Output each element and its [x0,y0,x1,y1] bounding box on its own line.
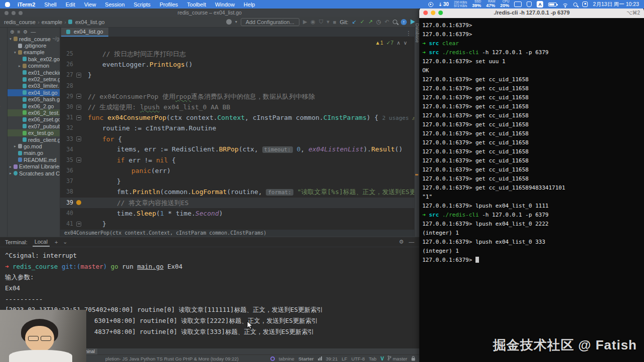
line-ending[interactable]: LF [342,356,347,361]
spotlight-search-icon[interactable] [573,3,577,7]
gutter-icon[interactable] [76,83,81,88]
keyboard-icon[interactable] [514,2,522,7]
git-branch[interactable]: master [388,355,407,361]
code-line[interactable]: 30 // 生成端使用: lpush ex04_list_0 AA BB [60,102,414,112]
gutter-icon[interactable] [76,94,81,99]
tree-item[interactable]: ▸ Scratches and Con [8,170,60,176]
user-switch-icon[interactable] [582,2,588,7]
menu-clock[interactable]: 2月13日 周一 10:23 [593,1,639,8]
gutter-icon[interactable] [76,52,81,57]
caret-position[interactable]: 39:21 [326,356,338,361]
user-avatar-icon[interactable] [226,19,232,25]
add-configuration-button[interactable]: Add Configuration... [241,18,299,26]
gutter-icon[interactable] [76,136,81,141]
code-line[interactable]: 39 // 将文章内容推送到ES [60,198,414,208]
code-line[interactable]: 37 } [60,176,414,187]
tree-chevron-icon[interactable]: ▸ [10,164,14,169]
tool-window-commit[interactable]: Commit [0,92,1,108]
gutter-icon[interactable] [76,200,81,205]
wifi-icon[interactable] [562,2,568,7]
tree-chevron-icon[interactable]: ▾ [10,37,14,41]
terminal-settings-icon[interactable]: ⚙ [399,239,404,245]
menu-app-name[interactable]: iTerm2 [13,2,40,8]
menu-item[interactable]: Session [100,2,129,8]
settings-icon[interactable]: ⚙ [23,29,28,35]
tree-chevron-icon[interactable]: ▾ [14,50,18,55]
tree-item[interactable]: main.go [8,150,60,156]
next-issue-icon[interactable]: ∨ [403,40,407,46]
code-line[interactable]: 31 func ex04ConsumerPop(ctx context.Cont… [60,112,414,123]
run-icon[interactable]: ▶ [303,19,307,25]
menu-item[interactable]: Toolbelt [183,2,211,8]
tree-item[interactable]: ex05_hash.g [8,96,60,103]
code-line[interactable]: 32 routine := cInstParam.Routine [60,123,414,133]
cpu-usage[interactable]: CPU 20% [500,0,509,8]
tree-item[interactable]: ex06_zset.go [8,116,60,123]
tree-item[interactable]: .gitignore [8,42,60,49]
hide-icon[interactable]: — [31,29,36,35]
tool-window-project[interactable]: Project [0,57,1,72]
gutter-icon[interactable] [76,73,81,78]
tree-item[interactable]: ex01_checkin [8,69,60,76]
window-controls[interactable] [5,11,23,15]
prev-issue-icon[interactable]: ∧ [397,40,401,46]
code-line[interactable]: 29 // ex04ConsumerPop 使用rpop逐条消费队列中的信息，数… [60,91,414,102]
ssd-usage[interactable]: SSD 39% [472,0,481,8]
menu-item[interactable]: Profiles [155,2,183,8]
input-method-icon[interactable]: A [537,1,543,8]
tree-item[interactable]: ex06_2.go [8,103,60,109]
menu-item[interactable]: View [80,2,101,8]
inspections-widget[interactable]: ▲1 ✓7 ∧ ∨ [375,40,407,46]
code-line[interactable]: 35 if err != nil { [60,155,414,165]
gutter-icon[interactable] [76,168,81,173]
stop-icon[interactable]: ■ [333,19,337,25]
tree-item[interactable]: ▾ redis_course ~/go [8,36,60,42]
gutter-icon[interactable] [76,190,81,195]
tree-item[interactable]: redis_client.g [8,136,60,143]
network-speed[interactable]: 230 KB/s 572 KB/s [454,1,467,8]
indent-style[interactable]: Tab [369,356,376,361]
git-commit-icon[interactable]: ✓ [360,19,365,25]
menu-item[interactable]: Window [211,2,239,8]
more-icon[interactable]: ⋮ [403,30,414,37]
code-line[interactable]: 26 eventLogger.PrintLogs() [60,59,414,70]
code-line[interactable]: 28 [60,81,414,91]
code-line[interactable]: 36 panic(err) [60,165,414,176]
debug-icon[interactable]: ◉ [310,19,315,25]
update-icon[interactable]: ↑ [401,19,407,25]
locate-icon[interactable]: ⊕ [10,29,14,35]
tree-item[interactable]: ex04_list.go [8,89,60,96]
code-area[interactable]: 25 // 按日志时间正序打印日志 26 eventLogger.PrintLo… [60,37,414,229]
breadcrumb[interactable]: redis_course [4,19,36,25]
code-line[interactable]: 25 // 按日志时间正序打印日志 [60,49,414,59]
menu-item[interactable]: Scripts [129,2,155,8]
tabnine-plan[interactable]: Starter [298,356,314,361]
tabnine-label[interactable]: tabnine [279,356,294,361]
tree-item[interactable]: ex07_pubsub [8,123,60,129]
code-line[interactable]: 38 fmt.Println(common.LogFormat(routine,… [60,187,414,197]
encoding[interactable]: UTF-8 [351,356,365,361]
tree-chevron-icon[interactable]: ▸ [10,171,14,175]
terminal-tab-local[interactable]: Local [33,238,50,247]
dropdown-icon[interactable]: ▾ [327,19,330,25]
new-terminal-icon[interactable]: + [55,239,58,245]
code-line[interactable]: 27 } [60,70,414,80]
undo-icon[interactable]: ↶ [385,19,389,25]
obs-icon[interactable] [428,2,433,7]
menu-item[interactable]: Edit [61,2,80,8]
code-line[interactable]: 41 } [60,219,414,229]
tree-chevron-icon[interactable]: ▸ [19,64,23,68]
tree-item[interactable]: ▸ go.mod [8,143,60,149]
gutter-icon[interactable] [76,147,81,152]
gutter-icon[interactable] [76,62,81,67]
breadcrumb[interactable]: example [42,19,63,25]
redis-cli-output[interactable]: 127.0.0.1:6379> 127.0.0.1:6379> ➜ src cl… [419,18,644,268]
code-line[interactable]: 34 items, err := RedisClient.BRPop(ctx, … [60,144,414,155]
gutter-icon[interactable] [76,211,81,216]
download-count[interactable]: ⇣30 [438,2,449,7]
code-line[interactable]: 40 time.Sleep(1 * time.Second) [60,208,414,219]
tree-item[interactable]: ex02_setnx.g [8,76,60,82]
lock-icon[interactable] [411,356,415,361]
tree-item[interactable]: ex03_limiter. [8,83,60,89]
coverage-icon[interactable]: ⛉ [319,19,323,25]
